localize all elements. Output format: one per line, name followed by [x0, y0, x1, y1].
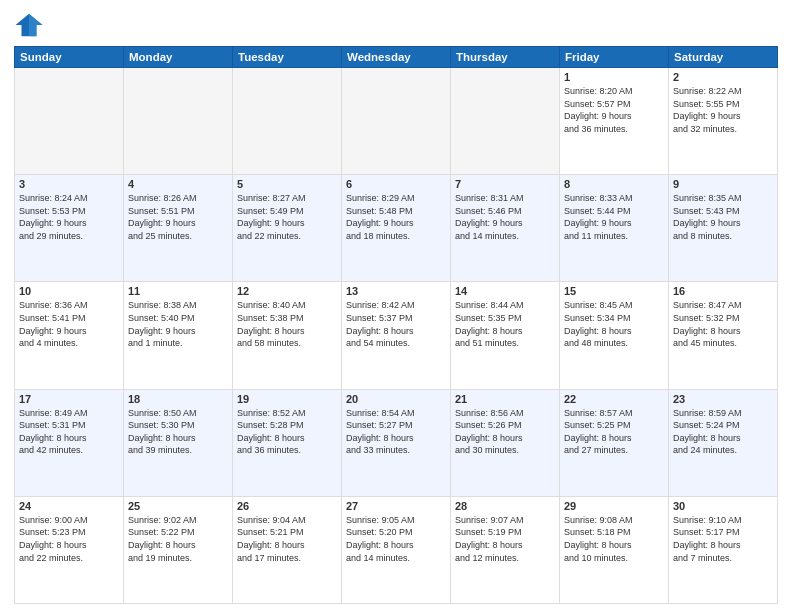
day-info: Sunrise: 8:50 AM Sunset: 5:30 PM Dayligh…	[128, 407, 228, 457]
calendar-cell: 9Sunrise: 8:35 AM Sunset: 5:43 PM Daylig…	[669, 175, 778, 282]
calendar-week-2: 3Sunrise: 8:24 AM Sunset: 5:53 PM Daylig…	[15, 175, 778, 282]
calendar-header-tuesday: Tuesday	[233, 47, 342, 68]
day-info: Sunrise: 9:00 AM Sunset: 5:23 PM Dayligh…	[19, 514, 119, 564]
calendar-cell: 22Sunrise: 8:57 AM Sunset: 5:25 PM Dayli…	[560, 389, 669, 496]
day-number: 30	[673, 500, 773, 512]
calendar-cell: 26Sunrise: 9:04 AM Sunset: 5:21 PM Dayli…	[233, 496, 342, 603]
day-number: 7	[455, 178, 555, 190]
calendar-header-thursday: Thursday	[451, 47, 560, 68]
calendar-cell: 18Sunrise: 8:50 AM Sunset: 5:30 PM Dayli…	[124, 389, 233, 496]
day-info: Sunrise: 8:36 AM Sunset: 5:41 PM Dayligh…	[19, 299, 119, 349]
day-info: Sunrise: 8:59 AM Sunset: 5:24 PM Dayligh…	[673, 407, 773, 457]
day-number: 3	[19, 178, 119, 190]
day-number: 9	[673, 178, 773, 190]
logo	[14, 10, 48, 40]
calendar-cell: 29Sunrise: 9:08 AM Sunset: 5:18 PM Dayli…	[560, 496, 669, 603]
day-info: Sunrise: 8:35 AM Sunset: 5:43 PM Dayligh…	[673, 192, 773, 242]
day-info: Sunrise: 8:56 AM Sunset: 5:26 PM Dayligh…	[455, 407, 555, 457]
day-info: Sunrise: 8:42 AM Sunset: 5:37 PM Dayligh…	[346, 299, 446, 349]
calendar: SundayMondayTuesdayWednesdayThursdayFrid…	[14, 46, 778, 604]
calendar-cell: 8Sunrise: 8:33 AM Sunset: 5:44 PM Daylig…	[560, 175, 669, 282]
day-number: 4	[128, 178, 228, 190]
day-info: Sunrise: 8:29 AM Sunset: 5:48 PM Dayligh…	[346, 192, 446, 242]
logo-icon	[14, 10, 44, 40]
day-number: 28	[455, 500, 555, 512]
calendar-cell: 10Sunrise: 8:36 AM Sunset: 5:41 PM Dayli…	[15, 282, 124, 389]
calendar-week-5: 24Sunrise: 9:00 AM Sunset: 5:23 PM Dayli…	[15, 496, 778, 603]
day-number: 2	[673, 71, 773, 83]
day-number: 18	[128, 393, 228, 405]
day-number: 11	[128, 285, 228, 297]
day-number: 6	[346, 178, 446, 190]
day-number: 24	[19, 500, 119, 512]
svg-marker-1	[29, 14, 43, 37]
day-info: Sunrise: 8:24 AM Sunset: 5:53 PM Dayligh…	[19, 192, 119, 242]
calendar-cell: 14Sunrise: 8:44 AM Sunset: 5:35 PM Dayli…	[451, 282, 560, 389]
calendar-cell: 4Sunrise: 8:26 AM Sunset: 5:51 PM Daylig…	[124, 175, 233, 282]
day-number: 16	[673, 285, 773, 297]
day-number: 20	[346, 393, 446, 405]
day-number: 15	[564, 285, 664, 297]
calendar-week-3: 10Sunrise: 8:36 AM Sunset: 5:41 PM Dayli…	[15, 282, 778, 389]
day-number: 10	[19, 285, 119, 297]
calendar-cell	[124, 68, 233, 175]
day-number: 5	[237, 178, 337, 190]
day-info: Sunrise: 8:22 AM Sunset: 5:55 PM Dayligh…	[673, 85, 773, 135]
calendar-cell: 24Sunrise: 9:00 AM Sunset: 5:23 PM Dayli…	[15, 496, 124, 603]
calendar-cell: 6Sunrise: 8:29 AM Sunset: 5:48 PM Daylig…	[342, 175, 451, 282]
day-info: Sunrise: 8:26 AM Sunset: 5:51 PM Dayligh…	[128, 192, 228, 242]
calendar-cell: 2Sunrise: 8:22 AM Sunset: 5:55 PM Daylig…	[669, 68, 778, 175]
day-info: Sunrise: 8:44 AM Sunset: 5:35 PM Dayligh…	[455, 299, 555, 349]
calendar-cell: 17Sunrise: 8:49 AM Sunset: 5:31 PM Dayli…	[15, 389, 124, 496]
calendar-cell: 30Sunrise: 9:10 AM Sunset: 5:17 PM Dayli…	[669, 496, 778, 603]
calendar-header-sunday: Sunday	[15, 47, 124, 68]
day-info: Sunrise: 8:57 AM Sunset: 5:25 PM Dayligh…	[564, 407, 664, 457]
calendar-cell: 1Sunrise: 8:20 AM Sunset: 5:57 PM Daylig…	[560, 68, 669, 175]
day-number: 21	[455, 393, 555, 405]
day-info: Sunrise: 8:40 AM Sunset: 5:38 PM Dayligh…	[237, 299, 337, 349]
calendar-cell: 27Sunrise: 9:05 AM Sunset: 5:20 PM Dayli…	[342, 496, 451, 603]
calendar-header-saturday: Saturday	[669, 47, 778, 68]
day-info: Sunrise: 9:04 AM Sunset: 5:21 PM Dayligh…	[237, 514, 337, 564]
day-info: Sunrise: 8:33 AM Sunset: 5:44 PM Dayligh…	[564, 192, 664, 242]
calendar-cell: 28Sunrise: 9:07 AM Sunset: 5:19 PM Dayli…	[451, 496, 560, 603]
calendar-cell: 19Sunrise: 8:52 AM Sunset: 5:28 PM Dayli…	[233, 389, 342, 496]
page: SundayMondayTuesdayWednesdayThursdayFrid…	[0, 0, 792, 612]
calendar-cell: 23Sunrise: 8:59 AM Sunset: 5:24 PM Dayli…	[669, 389, 778, 496]
day-number: 26	[237, 500, 337, 512]
day-info: Sunrise: 8:38 AM Sunset: 5:40 PM Dayligh…	[128, 299, 228, 349]
day-info: Sunrise: 9:02 AM Sunset: 5:22 PM Dayligh…	[128, 514, 228, 564]
calendar-cell: 25Sunrise: 9:02 AM Sunset: 5:22 PM Dayli…	[124, 496, 233, 603]
calendar-header-monday: Monday	[124, 47, 233, 68]
day-info: Sunrise: 9:05 AM Sunset: 5:20 PM Dayligh…	[346, 514, 446, 564]
day-info: Sunrise: 8:52 AM Sunset: 5:28 PM Dayligh…	[237, 407, 337, 457]
day-info: Sunrise: 9:07 AM Sunset: 5:19 PM Dayligh…	[455, 514, 555, 564]
calendar-cell	[15, 68, 124, 175]
day-number: 12	[237, 285, 337, 297]
day-number: 14	[455, 285, 555, 297]
calendar-header-wednesday: Wednesday	[342, 47, 451, 68]
day-number: 29	[564, 500, 664, 512]
calendar-cell: 12Sunrise: 8:40 AM Sunset: 5:38 PM Dayli…	[233, 282, 342, 389]
calendar-cell: 15Sunrise: 8:45 AM Sunset: 5:34 PM Dayli…	[560, 282, 669, 389]
day-info: Sunrise: 8:54 AM Sunset: 5:27 PM Dayligh…	[346, 407, 446, 457]
day-info: Sunrise: 8:31 AM Sunset: 5:46 PM Dayligh…	[455, 192, 555, 242]
calendar-cell: 7Sunrise: 8:31 AM Sunset: 5:46 PM Daylig…	[451, 175, 560, 282]
calendar-cell: 11Sunrise: 8:38 AM Sunset: 5:40 PM Dayli…	[124, 282, 233, 389]
calendar-cell	[233, 68, 342, 175]
calendar-cell: 16Sunrise: 8:47 AM Sunset: 5:32 PM Dayli…	[669, 282, 778, 389]
calendar-cell	[451, 68, 560, 175]
calendar-header-friday: Friday	[560, 47, 669, 68]
calendar-week-1: 1Sunrise: 8:20 AM Sunset: 5:57 PM Daylig…	[15, 68, 778, 175]
day-info: Sunrise: 9:10 AM Sunset: 5:17 PM Dayligh…	[673, 514, 773, 564]
day-number: 25	[128, 500, 228, 512]
calendar-cell	[342, 68, 451, 175]
calendar-cell: 5Sunrise: 8:27 AM Sunset: 5:49 PM Daylig…	[233, 175, 342, 282]
calendar-header-row: SundayMondayTuesdayWednesdayThursdayFrid…	[15, 47, 778, 68]
day-number: 23	[673, 393, 773, 405]
day-info: Sunrise: 8:49 AM Sunset: 5:31 PM Dayligh…	[19, 407, 119, 457]
day-number: 17	[19, 393, 119, 405]
calendar-cell: 13Sunrise: 8:42 AM Sunset: 5:37 PM Dayli…	[342, 282, 451, 389]
calendar-cell: 3Sunrise: 8:24 AM Sunset: 5:53 PM Daylig…	[15, 175, 124, 282]
day-number: 8	[564, 178, 664, 190]
